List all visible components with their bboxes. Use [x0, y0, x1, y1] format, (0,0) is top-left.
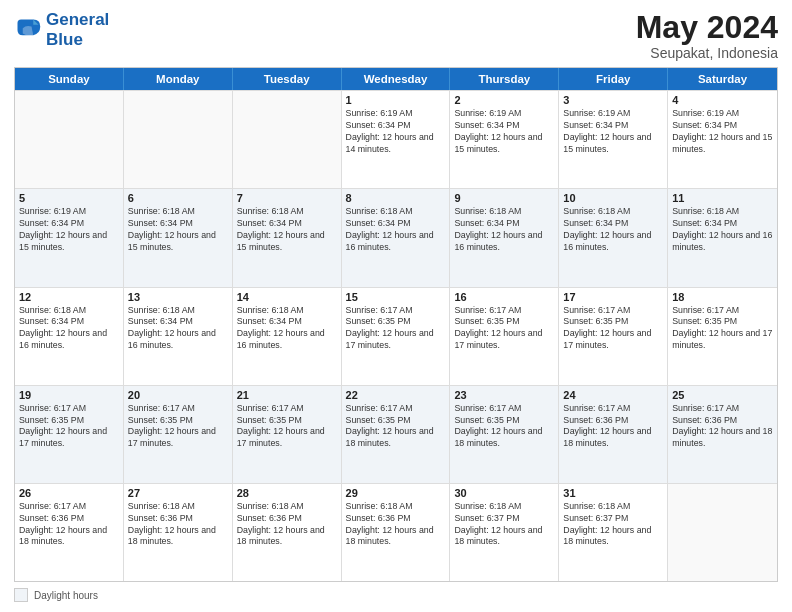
cell-info: Sunrise: 6:17 AM Sunset: 6:35 PM Dayligh…: [346, 403, 446, 451]
day-number: 21: [237, 389, 337, 401]
calendar-cell: [233, 91, 342, 188]
calendar-cell: 31Sunrise: 6:18 AM Sunset: 6:37 PM Dayli…: [559, 484, 668, 581]
logo-icon: [14, 16, 42, 44]
day-number: 15: [346, 291, 446, 303]
day-number: 9: [454, 192, 554, 204]
calendar-cell: 3Sunrise: 6:19 AM Sunset: 6:34 PM Daylig…: [559, 91, 668, 188]
day-number: 2: [454, 94, 554, 106]
day-number: 24: [563, 389, 663, 401]
header-day-wednesday: Wednesday: [342, 68, 451, 90]
header-day-tuesday: Tuesday: [233, 68, 342, 90]
day-number: 10: [563, 192, 663, 204]
header-day-thursday: Thursday: [450, 68, 559, 90]
calendar: SundayMondayTuesdayWednesdayThursdayFrid…: [14, 67, 778, 582]
day-number: 25: [672, 389, 773, 401]
calendar-cell: 9Sunrise: 6:18 AM Sunset: 6:34 PM Daylig…: [450, 189, 559, 286]
calendar-cell: 11Sunrise: 6:18 AM Sunset: 6:34 PM Dayli…: [668, 189, 777, 286]
cell-info: Sunrise: 6:17 AM Sunset: 6:35 PM Dayligh…: [454, 403, 554, 451]
day-number: 30: [454, 487, 554, 499]
calendar-cell: 6Sunrise: 6:18 AM Sunset: 6:34 PM Daylig…: [124, 189, 233, 286]
cell-info: Sunrise: 6:17 AM Sunset: 6:35 PM Dayligh…: [672, 305, 773, 353]
header-day-saturday: Saturday: [668, 68, 777, 90]
header-day-friday: Friday: [559, 68, 668, 90]
calendar-cell: 30Sunrise: 6:18 AM Sunset: 6:37 PM Dayli…: [450, 484, 559, 581]
day-number: 4: [672, 94, 773, 106]
calendar-body: 1Sunrise: 6:19 AM Sunset: 6:34 PM Daylig…: [15, 90, 777, 581]
calendar-cell: 8Sunrise: 6:18 AM Sunset: 6:34 PM Daylig…: [342, 189, 451, 286]
calendar-cell: 17Sunrise: 6:17 AM Sunset: 6:35 PM Dayli…: [559, 288, 668, 385]
day-number: 28: [237, 487, 337, 499]
day-number: 27: [128, 487, 228, 499]
header: General Blue May 2024 Seupakat, Indonesi…: [14, 10, 778, 61]
page: General Blue May 2024 Seupakat, Indonesi…: [0, 0, 792, 612]
cell-info: Sunrise: 6:19 AM Sunset: 6:34 PM Dayligh…: [454, 108, 554, 156]
calendar-row-0: 1Sunrise: 6:19 AM Sunset: 6:34 PM Daylig…: [15, 90, 777, 188]
calendar-row-4: 26Sunrise: 6:17 AM Sunset: 6:36 PM Dayli…: [15, 483, 777, 581]
cell-info: Sunrise: 6:18 AM Sunset: 6:37 PM Dayligh…: [563, 501, 663, 549]
calendar-cell: 23Sunrise: 6:17 AM Sunset: 6:35 PM Dayli…: [450, 386, 559, 483]
cell-info: Sunrise: 6:17 AM Sunset: 6:36 PM Dayligh…: [19, 501, 119, 549]
calendar-cell: 27Sunrise: 6:18 AM Sunset: 6:36 PM Dayli…: [124, 484, 233, 581]
calendar-cell: 15Sunrise: 6:17 AM Sunset: 6:35 PM Dayli…: [342, 288, 451, 385]
daylight-swatch: [14, 588, 28, 602]
calendar-cell: 7Sunrise: 6:18 AM Sunset: 6:34 PM Daylig…: [233, 189, 342, 286]
day-number: 5: [19, 192, 119, 204]
cell-info: Sunrise: 6:17 AM Sunset: 6:35 PM Dayligh…: [128, 403, 228, 451]
calendar-cell: 14Sunrise: 6:18 AM Sunset: 6:34 PM Dayli…: [233, 288, 342, 385]
day-number: 26: [19, 487, 119, 499]
calendar-row-1: 5Sunrise: 6:19 AM Sunset: 6:34 PM Daylig…: [15, 188, 777, 286]
calendar-cell: 18Sunrise: 6:17 AM Sunset: 6:35 PM Dayli…: [668, 288, 777, 385]
cell-info: Sunrise: 6:18 AM Sunset: 6:34 PM Dayligh…: [128, 206, 228, 254]
calendar-cell: 22Sunrise: 6:17 AM Sunset: 6:35 PM Dayli…: [342, 386, 451, 483]
calendar-cell: 2Sunrise: 6:19 AM Sunset: 6:34 PM Daylig…: [450, 91, 559, 188]
cell-info: Sunrise: 6:18 AM Sunset: 6:37 PM Dayligh…: [454, 501, 554, 549]
cell-info: Sunrise: 6:19 AM Sunset: 6:34 PM Dayligh…: [672, 108, 773, 156]
calendar-cell: 25Sunrise: 6:17 AM Sunset: 6:36 PM Dayli…: [668, 386, 777, 483]
cell-info: Sunrise: 6:18 AM Sunset: 6:34 PM Dayligh…: [563, 206, 663, 254]
day-number: 16: [454, 291, 554, 303]
calendar-cell: 21Sunrise: 6:17 AM Sunset: 6:35 PM Dayli…: [233, 386, 342, 483]
cell-info: Sunrise: 6:18 AM Sunset: 6:36 PM Dayligh…: [237, 501, 337, 549]
cell-info: Sunrise: 6:17 AM Sunset: 6:35 PM Dayligh…: [346, 305, 446, 353]
calendar-row-3: 19Sunrise: 6:17 AM Sunset: 6:35 PM Dayli…: [15, 385, 777, 483]
day-number: 29: [346, 487, 446, 499]
calendar-cell: [15, 91, 124, 188]
day-number: 22: [346, 389, 446, 401]
day-number: 1: [346, 94, 446, 106]
cell-info: Sunrise: 6:19 AM Sunset: 6:34 PM Dayligh…: [346, 108, 446, 156]
title-block: May 2024 Seupakat, Indonesia: [636, 10, 778, 61]
day-number: 6: [128, 192, 228, 204]
calendar-cell: [668, 484, 777, 581]
day-number: 13: [128, 291, 228, 303]
cell-info: Sunrise: 6:17 AM Sunset: 6:36 PM Dayligh…: [672, 403, 773, 451]
cell-info: Sunrise: 6:18 AM Sunset: 6:34 PM Dayligh…: [237, 206, 337, 254]
day-number: 17: [563, 291, 663, 303]
day-number: 19: [19, 389, 119, 401]
main-title: May 2024: [636, 10, 778, 45]
calendar-cell: 10Sunrise: 6:18 AM Sunset: 6:34 PM Dayli…: [559, 189, 668, 286]
day-number: 3: [563, 94, 663, 106]
footer-label: Daylight hours: [34, 590, 98, 601]
header-day-sunday: Sunday: [15, 68, 124, 90]
calendar-cell: 16Sunrise: 6:17 AM Sunset: 6:35 PM Dayli…: [450, 288, 559, 385]
calendar-cell: 24Sunrise: 6:17 AM Sunset: 6:36 PM Dayli…: [559, 386, 668, 483]
cell-info: Sunrise: 6:17 AM Sunset: 6:35 PM Dayligh…: [237, 403, 337, 451]
cell-info: Sunrise: 6:19 AM Sunset: 6:34 PM Dayligh…: [563, 108, 663, 156]
calendar-cell: 20Sunrise: 6:17 AM Sunset: 6:35 PM Dayli…: [124, 386, 233, 483]
logo-text: General Blue: [46, 10, 109, 49]
calendar-cell: 29Sunrise: 6:18 AM Sunset: 6:36 PM Dayli…: [342, 484, 451, 581]
footer: Daylight hours: [14, 588, 778, 602]
cell-info: Sunrise: 6:19 AM Sunset: 6:34 PM Dayligh…: [19, 206, 119, 254]
calendar-cell: 28Sunrise: 6:18 AM Sunset: 6:36 PM Dayli…: [233, 484, 342, 581]
day-number: 8: [346, 192, 446, 204]
calendar-header: SundayMondayTuesdayWednesdayThursdayFrid…: [15, 68, 777, 90]
calendar-cell: 1Sunrise: 6:19 AM Sunset: 6:34 PM Daylig…: [342, 91, 451, 188]
cell-info: Sunrise: 6:18 AM Sunset: 6:34 PM Dayligh…: [672, 206, 773, 254]
cell-info: Sunrise: 6:18 AM Sunset: 6:34 PM Dayligh…: [128, 305, 228, 353]
cell-info: Sunrise: 6:18 AM Sunset: 6:34 PM Dayligh…: [346, 206, 446, 254]
cell-info: Sunrise: 6:18 AM Sunset: 6:36 PM Dayligh…: [346, 501, 446, 549]
cell-info: Sunrise: 6:17 AM Sunset: 6:35 PM Dayligh…: [19, 403, 119, 451]
calendar-cell: 13Sunrise: 6:18 AM Sunset: 6:34 PM Dayli…: [124, 288, 233, 385]
day-number: 20: [128, 389, 228, 401]
day-number: 11: [672, 192, 773, 204]
